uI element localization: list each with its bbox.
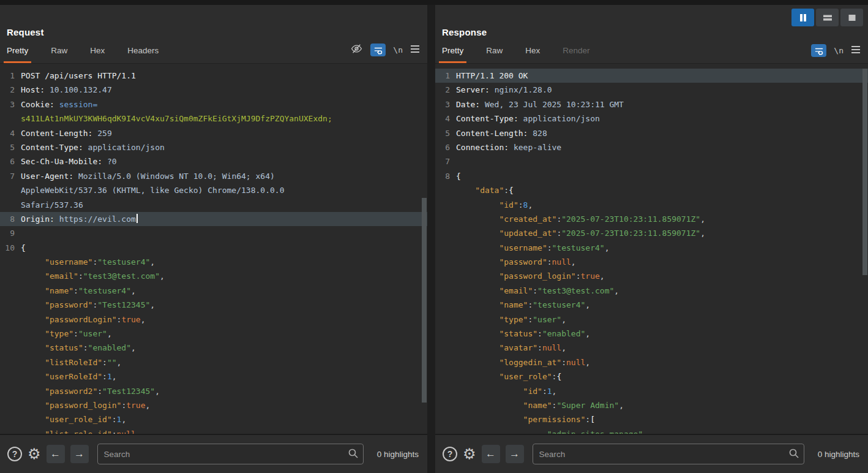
- code-line[interactable]: "permissions":[: [435, 412, 868, 426]
- word-wrap-toggle-icon[interactable]: [370, 44, 386, 56]
- line-content: AppleWebKit/537.36 (KHTML, like Gecko) C…: [15, 183, 284, 197]
- tab-raw[interactable]: Raw: [51, 46, 67, 63]
- response-search-bar: ? ⚙ ← → 0 highlights: [435, 434, 868, 473]
- code-line[interactable]: 4Content-Length: 259: [0, 126, 427, 140]
- code-line[interactable]: Safari/537.36: [0, 198, 427, 212]
- word-wrap-toggle-icon[interactable]: [811, 44, 826, 57]
- code-line[interactable]: "avatar":null,: [435, 341, 868, 355]
- line-content: "email":"test3@test.com",: [15, 269, 165, 283]
- code-line[interactable]: "user_role_id":1,: [0, 412, 427, 426]
- code-line[interactable]: "password2":"Test12345",: [0, 384, 427, 398]
- layout-columns-button[interactable]: [791, 9, 814, 26]
- layout-single-button[interactable]: [840, 9, 863, 26]
- search-input[interactable]: [533, 444, 804, 464]
- code-line[interactable]: "name":"testuser4",: [0, 284, 427, 298]
- code-line[interactable]: "email":"test3@test.com",: [435, 284, 868, 298]
- hide-response-icon[interactable]: [350, 43, 363, 57]
- code-line[interactable]: "id":1,: [435, 384, 868, 398]
- code-line[interactable]: 6Sec-Ch-Ua-Mobile: ?0: [0, 154, 427, 168]
- search-magnifier-icon: [348, 448, 359, 461]
- line-number: 10: [0, 241, 15, 255]
- code-line[interactable]: s411LAt1nMkUY3KWH6qdK9I4vcV4xu7siQm0mZFk…: [0, 112, 427, 126]
- request-panel: Request PrettyRawHexHeaders: [0, 5, 427, 473]
- editor-menu-icon[interactable]: [851, 45, 861, 56]
- response-editor[interactable]: 1HTTP/1.1 200 OK2Server: nginx/1.28.03Da…: [435, 64, 868, 434]
- request-scrollbar-thumb[interactable]: [422, 198, 427, 403]
- settings-gear-icon[interactable]: ⚙: [28, 447, 41, 461]
- code-line[interactable]: "password_login":true,: [0, 398, 427, 412]
- show-newlines-toggle-icon[interactable]: \n: [834, 46, 844, 55]
- code-line[interactable]: "username":"testuser4",: [435, 241, 868, 255]
- show-newlines-toggle-icon[interactable]: \n: [393, 45, 403, 55]
- tab-pretty[interactable]: Pretty: [442, 46, 463, 63]
- code-line[interactable]: 7: [435, 154, 868, 168]
- code-line[interactable]: "userRoleId":1,: [0, 369, 427, 384]
- help-icon[interactable]: ?: [7, 447, 22, 461]
- code-line[interactable]: 7User-Agent: Mozilla/5.0 (Windows NT 10.…: [0, 169, 427, 183]
- code-line[interactable]: 2Server: nginx/1.28.0: [435, 83, 868, 97]
- code-line[interactable]: "passwordLogin":true,: [0, 312, 427, 327]
- code-line[interactable]: "username":"testuser4",: [0, 255, 427, 269]
- code-line[interactable]: 8Origin: https://evil.com: [0, 212, 427, 226]
- code-line[interactable]: "data":{: [435, 183, 868, 197]
- tab-hex[interactable]: Hex: [90, 46, 105, 63]
- search-next-button[interactable]: →: [506, 445, 524, 463]
- settings-gear-icon[interactable]: ⚙: [463, 447, 476, 461]
- line-number: [435, 284, 450, 298]
- code-line[interactable]: "loggedin_at":null,: [435, 355, 868, 369]
- code-line[interactable]: 4Content-Type: application/json: [435, 112, 868, 126]
- tab-raw[interactable]: Raw: [486, 46, 503, 63]
- code-line[interactable]: "type":"user",: [0, 327, 427, 341]
- code-line[interactable]: 1HTTP/1.1 200 OK: [435, 69, 868, 83]
- line-number: 2: [435, 83, 450, 97]
- code-line[interactable]: AppleWebKit/537.36 (KHTML, like Gecko) C…: [0, 183, 427, 197]
- code-line[interactable]: 1POST /api/users HTTP/1.1: [0, 69, 427, 83]
- code-line[interactable]: 3Cookie: session=: [0, 97, 427, 112]
- line-content: Connection: keep-alive: [450, 140, 561, 154]
- code-line[interactable]: 9: [0, 226, 427, 240]
- code-line[interactable]: "type":"user",: [435, 312, 868, 327]
- code-line[interactable]: "admin.sites.manage": [435, 427, 868, 434]
- code-line[interactable]: "name":"Super Admin",: [435, 398, 868, 412]
- help-icon[interactable]: ?: [443, 447, 457, 461]
- search-next-button[interactable]: →: [70, 445, 89, 463]
- code-line[interactable]: "id":8,: [435, 198, 868, 212]
- code-line[interactable]: "list_role_id":null: [0, 427, 427, 434]
- line-content: "created_at":"2025-07-23T10:23:11.859071…: [450, 212, 705, 226]
- code-line[interactable]: 10{: [0, 241, 427, 255]
- search-prev-button[interactable]: ←: [482, 445, 500, 463]
- tab-pretty[interactable]: Pretty: [7, 46, 28, 63]
- code-line[interactable]: "updated_at":"2025-07-23T10:23:11.859071…: [435, 226, 868, 240]
- code-line[interactable]: "status":"enabled",: [435, 327, 868, 341]
- code-line[interactable]: "listRoleId":"",: [0, 355, 427, 369]
- code-line[interactable]: "name":"testuser4",: [435, 298, 868, 312]
- code-line[interactable]: 5Content-Length: 828: [435, 126, 868, 140]
- line-content: Origin: https://evil.com: [15, 212, 138, 226]
- search-prev-button[interactable]: ←: [47, 445, 65, 463]
- tab-hex[interactable]: Hex: [525, 46, 540, 63]
- code-line[interactable]: "status":"enabled",: [0, 341, 427, 355]
- editor-menu-icon[interactable]: [410, 45, 420, 56]
- code-line[interactable]: "user_role":{: [435, 369, 868, 384]
- request-editor[interactable]: 1POST /api/users HTTP/1.12Host: 10.100.1…: [0, 64, 427, 434]
- code-line[interactable]: "created_at":"2025-07-23T10:23:11.859071…: [435, 212, 868, 226]
- line-number: 5: [435, 126, 450, 140]
- code-line[interactable]: "email":"test3@test.com",: [0, 269, 427, 283]
- layout-rows-button[interactable]: [816, 9, 839, 26]
- panel-divider[interactable]: [427, 5, 435, 473]
- line-content: {: [15, 241, 26, 255]
- response-scrollbar-thumb[interactable]: [862, 69, 867, 275]
- request-header: Request PrettyRawHexHeaders: [0, 5, 427, 64]
- code-line[interactable]: 8{: [435, 169, 868, 183]
- code-line[interactable]: "password_login":true,: [435, 269, 868, 283]
- code-line[interactable]: 2Host: 10.100.132.47: [0, 83, 427, 97]
- code-line[interactable]: "password":null,: [435, 255, 868, 269]
- code-line[interactable]: "password":"Test12345",: [0, 298, 427, 312]
- request-header-icons: \n: [350, 43, 420, 57]
- line-content: "status":"enabled",: [450, 327, 590, 341]
- code-line[interactable]: 5Content-Type: application/json: [0, 140, 427, 154]
- code-line[interactable]: 3Date: Wed, 23 Jul 2025 10:23:11 GMT: [435, 97, 868, 112]
- search-input[interactable]: [97, 444, 364, 464]
- code-line[interactable]: 6Connection: keep-alive: [435, 140, 868, 154]
- tab-headers[interactable]: Headers: [127, 46, 159, 63]
